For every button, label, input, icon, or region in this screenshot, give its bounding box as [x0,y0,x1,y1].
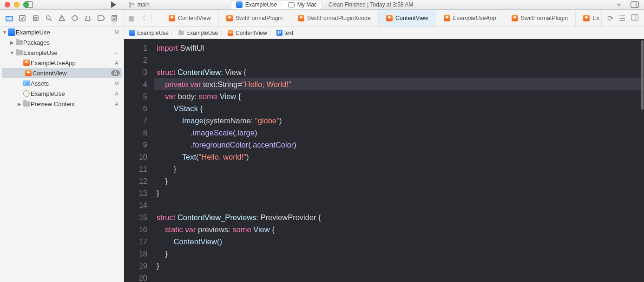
line-number[interactable]: 6 [124,102,147,114]
library-button[interactable] [630,1,639,8]
property-icon: P [276,30,283,36]
line-number[interactable]: 5 [124,90,147,102]
line-number[interactable]: 3 [124,66,147,78]
line-number[interactable]: 13 [124,187,147,199]
code-line[interactable]: } [154,187,644,199]
disclosure-triangle[interactable]: ▶ [17,101,22,107]
line-number[interactable]: 20 [124,272,147,282]
code-line[interactable]: } [154,260,644,272]
tab-label: ContentView [395,15,428,21]
line-number[interactable]: 1 [124,42,147,54]
navigator-row[interactable]: ▼ExampleUse– [0,47,124,58]
line-number[interactable]: 10 [124,151,147,163]
breadcrumb-project[interactable]: ExampleUse [137,30,169,36]
line-number[interactable]: 19 [124,260,147,272]
editor-layout-icon[interactable]: ☰ [619,14,625,23]
project-navigator[interactable]: ▼ExampleUseM▶Packages▼ExampleUse–Example… [0,27,124,282]
scrollbar-thumb[interactable] [641,40,644,110]
code-line[interactable]: import SwiftUI [154,42,644,54]
code-line[interactable]: } [154,163,644,175]
code-line[interactable]: Text("Hello, world!") [154,151,644,163]
add-tab-button[interactable]: ＋ [614,1,624,8]
breakpoint-navigator-icon[interactable] [97,14,105,22]
disclosure-triangle[interactable]: ▼ [9,50,15,55]
run-button[interactable] [109,1,118,8]
navigator-row[interactable]: ExampleUseAppA [0,58,124,68]
line-number[interactable]: 9 [124,139,147,151]
editor-tab[interactable]: SwiftFormatPlugin [219,10,290,27]
navigator-row[interactable]: ExampleUseA [0,88,124,99]
line-number[interactable]: 4 [124,78,147,90]
line-number[interactable]: 11 [124,163,147,175]
window-titlebar: main ExampleUse 〉 My Mac Clean Finished … [0,0,644,10]
scm-status-badge: A [111,70,120,76]
line-number[interactable]: 12 [124,175,147,187]
breadcrumb-folder[interactable]: ExampleUse [186,30,218,36]
debug-navigator-icon[interactable] [84,14,92,22]
line-number[interactable]: 7 [124,114,147,127]
line-number[interactable]: 15 [124,211,147,223]
line-number[interactable]: 8 [124,127,147,139]
toggle-navigator-button[interactable] [24,1,33,8]
code-line[interactable]: ContentView() [154,235,644,248]
line-number[interactable]: 2 [124,54,147,66]
code-line[interactable]: VStack { [154,102,644,114]
code-line[interactable] [154,272,644,282]
breadcrumb-symbol[interactable]: text [284,30,293,36]
code-line[interactable]: private var text:String="Hello, World!" [154,78,644,90]
code-line[interactable]: } [154,248,644,260]
code-line[interactable]: .imageScale(.large) [154,127,644,139]
code-line[interactable]: var body: some View { [154,90,644,102]
scm-status-badge: M [113,81,120,86]
go-forward-button[interactable]: 〉 [150,14,157,23]
go-back-button[interactable]: 〈 [139,14,146,23]
toggle-inspector-icon[interactable] [631,14,638,22]
scheme-selector[interactable]: ExampleUse 〉 My Mac [231,0,322,10]
code-line[interactable]: static var previews: some View { [154,223,644,235]
branch-name[interactable]: main [138,1,150,8]
breadcrumb-bar[interactable]: ExampleUse 〉 ExampleUse 〉 ContentView 〉 … [124,27,644,39]
line-number[interactable]: 18 [124,248,147,260]
code-line[interactable]: struct ContentView_Previews: PreviewProv… [154,211,644,223]
issue-navigator-icon[interactable] [58,14,66,22]
minimize-window-button[interactable] [14,2,20,7]
source-editor[interactable]: 1234567891011121314151617181920 import S… [124,39,644,282]
disclosure-triangle[interactable]: ▶ [9,40,15,45]
project-navigator-icon[interactable] [5,14,13,22]
line-number[interactable]: 16 [124,223,147,235]
disclosure-triangle[interactable]: ▼ [2,30,7,35]
navigator-row[interactable]: ▶Packages [0,37,124,47]
close-window-button[interactable] [5,2,10,7]
navigator-row[interactable]: AssetsM [0,78,124,88]
editor-tab[interactable]: ExampleUseApp [436,10,504,27]
editor-tab[interactable]: SwiftFormatPlugin [504,10,576,27]
navigator-row[interactable]: ▼ExampleUseM [0,27,124,37]
editor-tab[interactable]: Ex [576,10,601,27]
reload-icon[interactable]: ⟳ [607,14,613,23]
breadcrumb-file[interactable]: ContentView [236,30,267,36]
svg-point-4 [132,3,134,5]
code-line[interactable]: struct ContentView: View { [154,66,644,78]
source-control-navigator-icon[interactable] [18,14,26,22]
editor-tab[interactable]: ContentView [379,10,436,27]
code-line[interactable]: Image(systemName: "globe") [154,114,644,127]
editor-tab[interactable]: SwiftFormatPluginXcode [290,10,379,27]
vertical-scrollbar[interactable] [641,39,644,282]
symbol-navigator-icon[interactable] [32,14,40,22]
code-line[interactable] [154,199,644,211]
code-line[interactable] [154,54,644,66]
line-number[interactable]: 14 [124,199,147,211]
code-line[interactable]: .foregroundColor(.accentColor) [154,139,644,151]
find-navigator-icon[interactable] [45,14,53,22]
source-text[interactable]: import SwiftUIstruct ContentView: View {… [154,39,644,282]
navigator-row[interactable]: ▶Preview ContentA [0,99,124,109]
test-navigator-icon[interactable] [71,14,79,22]
editor-tab[interactable]: ContentView [161,10,219,27]
related-items-icon[interactable]: ▦ [128,14,135,22]
line-number[interactable]: 17 [124,235,147,248]
row-label: ExampleUse [16,29,113,36]
navigator-row[interactable]: ContentViewA [2,68,122,78]
report-navigator-icon[interactable] [110,14,118,22]
line-number-gutter[interactable]: 1234567891011121314151617181920 [124,39,154,282]
code-line[interactable]: } [154,175,644,187]
